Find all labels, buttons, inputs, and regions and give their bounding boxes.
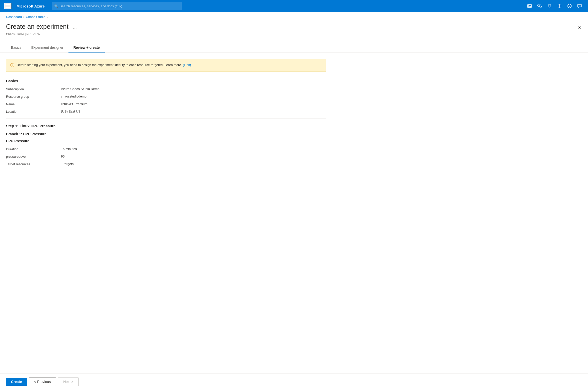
field-subscription: Subscription Azure Chaos Studio Demo [6, 87, 582, 91]
field-value-resource-group: chaosstudiodemo [61, 94, 86, 98]
basics-heading: Basics [6, 79, 582, 83]
field-duration: Duration 15 minutes [6, 147, 582, 151]
settings-icon-button[interactable] [555, 2, 564, 10]
page-title: Create an experiment [6, 23, 68, 30]
field-value-duration: 15 minutes [61, 147, 77, 151]
breadcrumb-dashboard[interactable]: Dashboard [6, 15, 22, 19]
field-label-location: Location [6, 110, 61, 114]
next-button: Next > [58, 378, 79, 386]
directory-icon-button[interactable] [535, 2, 544, 10]
step1-section: Step 1: Linux CPU Pressure Branch 1: CPU… [6, 124, 582, 166]
page-header: Create an experiment ... × [0, 19, 588, 32]
tab-basics[interactable]: Basics [6, 43, 26, 52]
svg-rect-2 [540, 6, 542, 7]
create-button[interactable]: Create [6, 378, 27, 386]
branch1-heading: Branch 1: CPU Pressure [6, 132, 582, 136]
content-area: ⓘ Before starting your experiment, you n… [0, 53, 588, 373]
svg-rect-6 [578, 4, 582, 7]
topbar-icons [525, 2, 584, 10]
field-target-resources: Target resources 1 targets [6, 162, 582, 166]
notice-text: Before starting your experiment, you nee… [17, 62, 191, 68]
close-button[interactable]: × [577, 24, 582, 32]
search-icon: 🔍 [54, 4, 58, 8]
tab-review-create[interactable]: Review + create [68, 43, 105, 52]
breadcrumb-sep-1: › [23, 16, 24, 18]
field-value-pressure-level: 95 [61, 154, 64, 158]
page-subtitle: Chaos Studio | PREVIEW [0, 32, 588, 36]
breadcrumb: Dashboard › Chaos Studio › [0, 12, 588, 19]
breadcrumb-chaos-studio[interactable]: Chaos Studio [26, 15, 45, 19]
notice-banner: ⓘ Before starting your experiment, you n… [6, 59, 326, 72]
field-value-target-resources: 1 targets [61, 162, 74, 166]
terminal-icon-button[interactable] [525, 2, 534, 10]
footer-bar: Create < Previous Next > [0, 373, 588, 390]
more-options-button[interactable]: ... [71, 24, 78, 30]
hamburger-menu-button[interactable] [4, 3, 11, 9]
svg-point-3 [559, 6, 560, 7]
field-label-duration: Duration [6, 147, 61, 151]
basics-section: Basics Subscription Azure Chaos Studio D… [6, 79, 582, 114]
field-pressure-level: pressureLevel 95 [6, 154, 582, 158]
field-label-target-resources: Target resources [6, 162, 61, 166]
feedback-icon-button[interactable] [575, 2, 584, 10]
svg-rect-0 [528, 4, 532, 8]
fault-heading: CPU Pressure [6, 139, 582, 143]
field-value-subscription: Azure Chaos Studio Demo [61, 87, 99, 91]
search-bar[interactable]: 🔍 [52, 2, 182, 10]
field-name: Name linuxCPUPressure [6, 102, 582, 106]
tabs-container: Basics Experiment designer Review + crea… [0, 38, 588, 53]
search-input[interactable] [60, 4, 179, 8]
field-label-subscription: Subscription [6, 87, 61, 91]
field-value-name: linuxCPUPressure [61, 102, 87, 106]
field-label-resource-group: Resource group [6, 94, 61, 98]
previous-button[interactable]: < Previous [29, 378, 56, 386]
tab-experiment-designer[interactable]: Experiment designer [26, 43, 68, 52]
section-divider-1 [6, 118, 326, 119]
step1-heading: Step 1: Linux CPU Pressure [6, 124, 582, 128]
info-icon: ⓘ [10, 63, 14, 68]
topbar: Microsoft Azure 🔍 [0, 0, 588, 12]
field-value-location: (US) East US [61, 110, 80, 113]
notice-link[interactable]: (Link) [183, 63, 191, 67]
help-icon-button[interactable] [565, 2, 574, 10]
field-location: Location (US) East US [6, 110, 582, 114]
field-label-name: Name [6, 102, 61, 106]
notification-icon-button[interactable] [545, 2, 554, 10]
azure-logo: Microsoft Azure [16, 4, 45, 8]
field-resource-group: Resource group chaosstudiodemo [6, 94, 582, 98]
main-area: Dashboard › Chaos Studio › Create an exp… [0, 12, 588, 390]
breadcrumb-sep-2: › [47, 16, 48, 18]
svg-point-5 [569, 7, 570, 7]
field-label-pressure-level: pressureLevel [6, 154, 61, 158]
